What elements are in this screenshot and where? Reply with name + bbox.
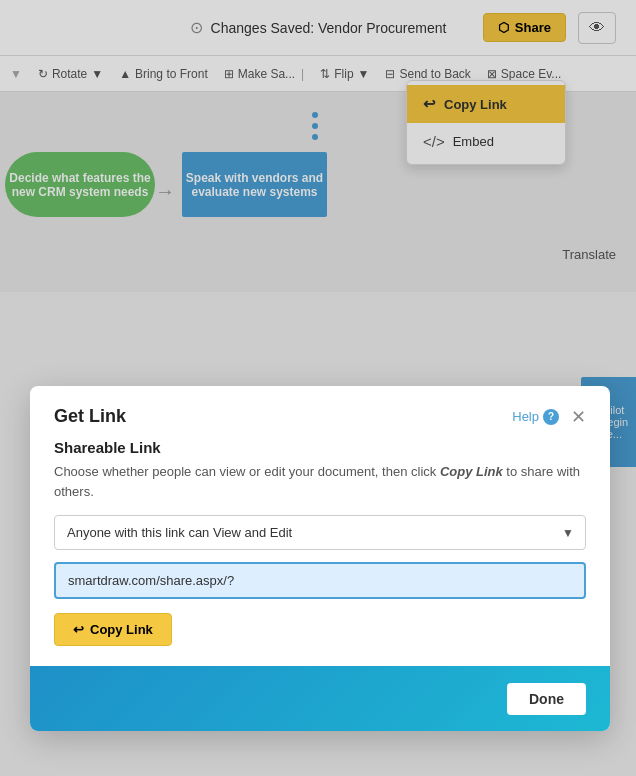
link-input[interactable] — [54, 562, 586, 599]
section-description: Choose whether people can view or edit y… — [54, 462, 586, 501]
modal-overlay: Get Link Help ? ✕ Shareable Link Choose … — [0, 0, 636, 776]
permissions-select-wrapper: Anyone with this link can View and EditA… — [54, 515, 586, 550]
modal-footer: Done — [30, 666, 610, 731]
permissions-select[interactable]: Anyone with this link can View and EditA… — [54, 515, 586, 550]
help-icon: ? — [543, 409, 559, 425]
section-title: Shareable Link — [54, 439, 586, 456]
modal-header-right: Help ? ✕ — [512, 408, 586, 426]
modal-header: Get Link Help ? ✕ — [30, 386, 610, 439]
copy-link-btn-label: Copy Link — [90, 622, 153, 637]
modal-title: Get Link — [54, 406, 126, 427]
help-link[interactable]: Help ? — [512, 409, 559, 425]
done-button[interactable]: Done — [507, 683, 586, 715]
copy-link-btn-icon: ↩ — [73, 622, 84, 637]
modal-body: Shareable Link Choose whether people can… — [30, 439, 610, 666]
close-button[interactable]: ✕ — [571, 408, 586, 426]
get-link-modal: Get Link Help ? ✕ Shareable Link Choose … — [30, 386, 610, 731]
copy-link-button[interactable]: ↩ Copy Link — [54, 613, 172, 646]
